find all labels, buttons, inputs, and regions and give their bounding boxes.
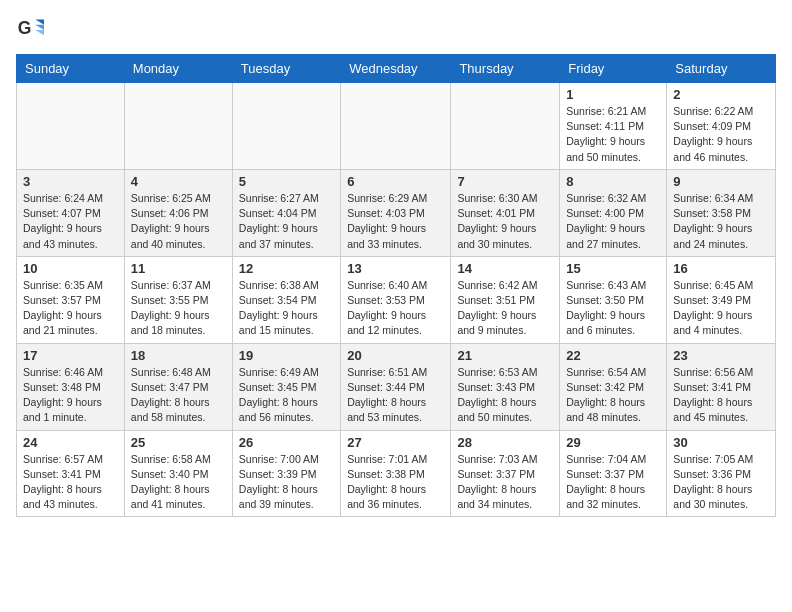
day-detail: Sunrise: 6:46 AMSunset: 3:48 PMDaylight:… bbox=[23, 365, 118, 426]
day-number: 21 bbox=[457, 348, 553, 363]
calendar-cell: 28Sunrise: 7:03 AMSunset: 3:37 PMDayligh… bbox=[451, 430, 560, 517]
day-detail: Sunrise: 7:04 AMSunset: 3:37 PMDaylight:… bbox=[566, 452, 660, 513]
day-number: 13 bbox=[347, 261, 444, 276]
day-detail: Sunrise: 6:34 AMSunset: 3:58 PMDaylight:… bbox=[673, 191, 769, 252]
day-number: 12 bbox=[239, 261, 334, 276]
calendar-cell bbox=[124, 83, 232, 170]
day-detail: Sunrise: 6:56 AMSunset: 3:41 PMDaylight:… bbox=[673, 365, 769, 426]
calendar-week-row: 3Sunrise: 6:24 AMSunset: 4:07 PMDaylight… bbox=[17, 169, 776, 256]
calendar-cell: 23Sunrise: 6:56 AMSunset: 3:41 PMDayligh… bbox=[667, 343, 776, 430]
day-number: 30 bbox=[673, 435, 769, 450]
svg-marker-2 bbox=[35, 25, 44, 30]
day-number: 2 bbox=[673, 87, 769, 102]
day-detail: Sunrise: 6:57 AMSunset: 3:41 PMDaylight:… bbox=[23, 452, 118, 513]
day-number: 26 bbox=[239, 435, 334, 450]
calendar-header-saturday: Saturday bbox=[667, 55, 776, 83]
day-number: 14 bbox=[457, 261, 553, 276]
calendar-header-row: SundayMondayTuesdayWednesdayThursdayFrid… bbox=[17, 55, 776, 83]
day-detail: Sunrise: 6:35 AMSunset: 3:57 PMDaylight:… bbox=[23, 278, 118, 339]
calendar-header-sunday: Sunday bbox=[17, 55, 125, 83]
calendar-cell: 22Sunrise: 6:54 AMSunset: 3:42 PMDayligh… bbox=[560, 343, 667, 430]
day-number: 29 bbox=[566, 435, 660, 450]
day-detail: Sunrise: 6:30 AMSunset: 4:01 PMDaylight:… bbox=[457, 191, 553, 252]
calendar-table: SundayMondayTuesdayWednesdayThursdayFrid… bbox=[16, 54, 776, 517]
logo: G bbox=[16, 16, 48, 44]
calendar-cell: 24Sunrise: 6:57 AMSunset: 3:41 PMDayligh… bbox=[17, 430, 125, 517]
calendar-cell bbox=[17, 83, 125, 170]
day-number: 5 bbox=[239, 174, 334, 189]
day-number: 22 bbox=[566, 348, 660, 363]
day-number: 15 bbox=[566, 261, 660, 276]
day-detail: Sunrise: 6:40 AMSunset: 3:53 PMDaylight:… bbox=[347, 278, 444, 339]
day-detail: Sunrise: 6:22 AMSunset: 4:09 PMDaylight:… bbox=[673, 104, 769, 165]
calendar-header-monday: Monday bbox=[124, 55, 232, 83]
day-detail: Sunrise: 6:53 AMSunset: 3:43 PMDaylight:… bbox=[457, 365, 553, 426]
day-number: 4 bbox=[131, 174, 226, 189]
calendar-cell: 15Sunrise: 6:43 AMSunset: 3:50 PMDayligh… bbox=[560, 256, 667, 343]
day-detail: Sunrise: 6:24 AMSunset: 4:07 PMDaylight:… bbox=[23, 191, 118, 252]
day-number: 28 bbox=[457, 435, 553, 450]
day-number: 11 bbox=[131, 261, 226, 276]
day-detail: Sunrise: 6:21 AMSunset: 4:11 PMDaylight:… bbox=[566, 104, 660, 165]
day-number: 27 bbox=[347, 435, 444, 450]
calendar-cell: 8Sunrise: 6:32 AMSunset: 4:00 PMDaylight… bbox=[560, 169, 667, 256]
svg-marker-1 bbox=[35, 20, 44, 25]
day-detail: Sunrise: 6:32 AMSunset: 4:00 PMDaylight:… bbox=[566, 191, 660, 252]
calendar-cell: 30Sunrise: 7:05 AMSunset: 3:36 PMDayligh… bbox=[667, 430, 776, 517]
calendar-header-tuesday: Tuesday bbox=[232, 55, 340, 83]
logo-icon: G bbox=[16, 16, 44, 44]
calendar-cell: 11Sunrise: 6:37 AMSunset: 3:55 PMDayligh… bbox=[124, 256, 232, 343]
calendar-cell: 18Sunrise: 6:48 AMSunset: 3:47 PMDayligh… bbox=[124, 343, 232, 430]
calendar-cell: 29Sunrise: 7:04 AMSunset: 3:37 PMDayligh… bbox=[560, 430, 667, 517]
day-number: 23 bbox=[673, 348, 769, 363]
day-detail: Sunrise: 7:03 AMSunset: 3:37 PMDaylight:… bbox=[457, 452, 553, 513]
day-number: 8 bbox=[566, 174, 660, 189]
calendar-cell: 13Sunrise: 6:40 AMSunset: 3:53 PMDayligh… bbox=[341, 256, 451, 343]
calendar-week-row: 1Sunrise: 6:21 AMSunset: 4:11 PMDaylight… bbox=[17, 83, 776, 170]
svg-text:G: G bbox=[18, 18, 32, 38]
day-number: 10 bbox=[23, 261, 118, 276]
calendar-header-wednesday: Wednesday bbox=[341, 55, 451, 83]
svg-marker-3 bbox=[35, 30, 44, 35]
calendar-week-row: 24Sunrise: 6:57 AMSunset: 3:41 PMDayligh… bbox=[17, 430, 776, 517]
calendar-cell: 1Sunrise: 6:21 AMSunset: 4:11 PMDaylight… bbox=[560, 83, 667, 170]
calendar-cell: 4Sunrise: 6:25 AMSunset: 4:06 PMDaylight… bbox=[124, 169, 232, 256]
calendar-cell: 16Sunrise: 6:45 AMSunset: 3:49 PMDayligh… bbox=[667, 256, 776, 343]
day-detail: Sunrise: 7:00 AMSunset: 3:39 PMDaylight:… bbox=[239, 452, 334, 513]
calendar-header-thursday: Thursday bbox=[451, 55, 560, 83]
day-number: 7 bbox=[457, 174, 553, 189]
day-number: 19 bbox=[239, 348, 334, 363]
day-number: 20 bbox=[347, 348, 444, 363]
day-detail: Sunrise: 6:54 AMSunset: 3:42 PMDaylight:… bbox=[566, 365, 660, 426]
day-detail: Sunrise: 6:49 AMSunset: 3:45 PMDaylight:… bbox=[239, 365, 334, 426]
day-number: 9 bbox=[673, 174, 769, 189]
day-detail: Sunrise: 6:42 AMSunset: 3:51 PMDaylight:… bbox=[457, 278, 553, 339]
page-header: G bbox=[16, 16, 776, 44]
calendar-cell: 3Sunrise: 6:24 AMSunset: 4:07 PMDaylight… bbox=[17, 169, 125, 256]
calendar-cell: 20Sunrise: 6:51 AMSunset: 3:44 PMDayligh… bbox=[341, 343, 451, 430]
day-detail: Sunrise: 6:37 AMSunset: 3:55 PMDaylight:… bbox=[131, 278, 226, 339]
day-number: 17 bbox=[23, 348, 118, 363]
day-detail: Sunrise: 7:05 AMSunset: 3:36 PMDaylight:… bbox=[673, 452, 769, 513]
day-number: 6 bbox=[347, 174, 444, 189]
day-detail: Sunrise: 6:58 AMSunset: 3:40 PMDaylight:… bbox=[131, 452, 226, 513]
day-detail: Sunrise: 6:51 AMSunset: 3:44 PMDaylight:… bbox=[347, 365, 444, 426]
calendar-cell: 9Sunrise: 6:34 AMSunset: 3:58 PMDaylight… bbox=[667, 169, 776, 256]
day-detail: Sunrise: 6:38 AMSunset: 3:54 PMDaylight:… bbox=[239, 278, 334, 339]
calendar-cell: 7Sunrise: 6:30 AMSunset: 4:01 PMDaylight… bbox=[451, 169, 560, 256]
calendar-cell: 25Sunrise: 6:58 AMSunset: 3:40 PMDayligh… bbox=[124, 430, 232, 517]
calendar-cell: 10Sunrise: 6:35 AMSunset: 3:57 PMDayligh… bbox=[17, 256, 125, 343]
day-number: 16 bbox=[673, 261, 769, 276]
day-detail: Sunrise: 6:43 AMSunset: 3:50 PMDaylight:… bbox=[566, 278, 660, 339]
calendar-cell: 17Sunrise: 6:46 AMSunset: 3:48 PMDayligh… bbox=[17, 343, 125, 430]
calendar-cell: 21Sunrise: 6:53 AMSunset: 3:43 PMDayligh… bbox=[451, 343, 560, 430]
calendar-header-friday: Friday bbox=[560, 55, 667, 83]
day-detail: Sunrise: 6:48 AMSunset: 3:47 PMDaylight:… bbox=[131, 365, 226, 426]
day-number: 1 bbox=[566, 87, 660, 102]
day-detail: Sunrise: 6:25 AMSunset: 4:06 PMDaylight:… bbox=[131, 191, 226, 252]
day-number: 18 bbox=[131, 348, 226, 363]
calendar-cell: 5Sunrise: 6:27 AMSunset: 4:04 PMDaylight… bbox=[232, 169, 340, 256]
day-number: 24 bbox=[23, 435, 118, 450]
calendar-cell: 26Sunrise: 7:00 AMSunset: 3:39 PMDayligh… bbox=[232, 430, 340, 517]
day-detail: Sunrise: 6:27 AMSunset: 4:04 PMDaylight:… bbox=[239, 191, 334, 252]
